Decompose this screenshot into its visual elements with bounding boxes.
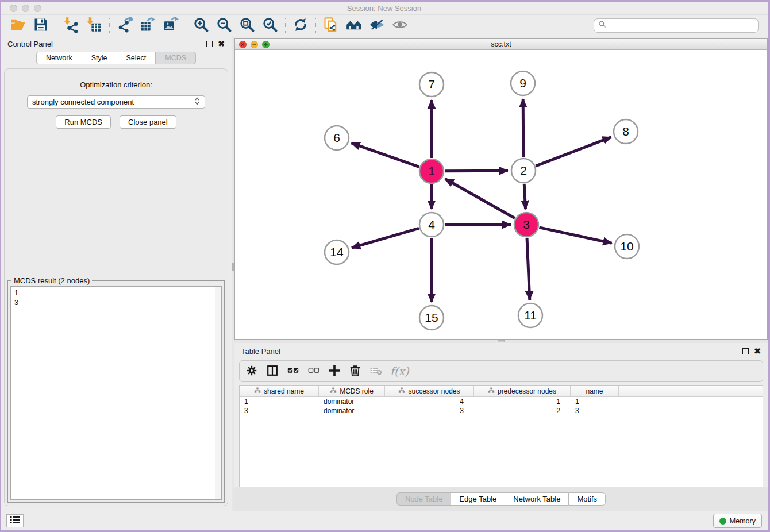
graph-edge-2-3[interactable]: [524, 184, 525, 209]
show-panels-button[interactable]: [388, 16, 411, 34]
table-row[interactable]: 3dominator323: [240, 406, 763, 415]
chevron-updown-icon: [194, 97, 200, 108]
tab-network-table[interactable]: Network Table: [505, 492, 568, 506]
add-column-button[interactable]: [328, 363, 341, 380]
network-window-titlebar[interactable]: scc.txt: [235, 39, 767, 50]
cell-r0-shared-name[interactable]: 1: [240, 398, 319, 406]
table-panel-title: Table Panel: [241, 347, 280, 356]
zoom-fit-button[interactable]: [236, 16, 259, 34]
zoom-fit-icon: [239, 17, 255, 34]
home-view-button[interactable]: [342, 16, 365, 34]
graph-edge-2-9[interactable]: [523, 99, 523, 157]
close-network-icon[interactable]: [239, 41, 247, 48]
close-panel-icon[interactable]: ✖: [218, 40, 225, 48]
select-all-rows-button[interactable]: [287, 363, 299, 380]
task-history-button[interactable]: [6, 514, 24, 527]
import-network-button[interactable]: [60, 16, 83, 34]
column-header-MCDS-role[interactable]: MCDS role: [319, 386, 385, 396]
import-table-icon: [86, 17, 102, 34]
import-table-button[interactable]: [83, 16, 106, 34]
graph-edge-3-1[interactable]: [445, 179, 515, 218]
deselect-all-rows-button[interactable]: [307, 363, 320, 380]
open-file-icon: [10, 17, 26, 34]
graph-node-label-2: 2: [520, 164, 527, 177]
zoom-out-icon: [216, 17, 232, 34]
cell-r1-shared-name[interactable]: 3: [240, 407, 319, 415]
graph-edge-1-2[interactable]: [445, 171, 508, 171]
column-header-predecessor-nodes[interactable]: predecessor nodes: [474, 386, 571, 396]
run-mcds-button[interactable]: Run MCDS: [56, 115, 111, 129]
column-visibility-button[interactable]: [266, 363, 279, 380]
cell-r0-successor-nodes[interactable]: 4: [385, 398, 474, 406]
export-network-button[interactable]: [113, 16, 136, 34]
zoom-in-button[interactable]: [190, 16, 213, 34]
cell-r1-predecessor-nodes[interactable]: 2: [474, 407, 571, 415]
search-input[interactable]: [609, 21, 754, 30]
memory-button[interactable]: Memory: [713, 514, 762, 528]
column-header-shared-name[interactable]: shared name: [240, 386, 319, 396]
tab-edge-table[interactable]: Edge Table: [451, 492, 505, 506]
cell-r1-name[interactable]: 3: [571, 407, 619, 415]
zoom-selected-button[interactable]: [259, 16, 282, 34]
cell-r0-predecessor-nodes[interactable]: 1: [474, 398, 571, 406]
graph-node-label-14: 14: [330, 245, 344, 259]
table-settings-icon: [245, 364, 258, 379]
search-box[interactable]: [594, 18, 759, 33]
tab-style[interactable]: Style: [82, 52, 117, 64]
mcds-buttons: Run MCDS Close panel: [5, 115, 228, 129]
zoom-network-icon[interactable]: [262, 41, 270, 48]
tab-mcds[interactable]: MCDS: [155, 52, 196, 64]
close-table-panel-icon[interactable]: ✖: [754, 347, 761, 355]
delete-column-button[interactable]: [349, 363, 361, 380]
column-header-successor-nodes[interactable]: successor nodes: [385, 386, 474, 396]
close-window-icon[interactable]: [10, 5, 17, 12]
cell-r0-MCDS-role[interactable]: dominator: [319, 398, 385, 406]
cell-r1-MCDS-role[interactable]: dominator: [319, 407, 385, 415]
clone-network-button[interactable]: [319, 16, 342, 34]
table-settings-button[interactable]: [245, 363, 258, 380]
minimize-window-icon[interactable]: [22, 5, 29, 12]
tab-motifs[interactable]: Motifs: [568, 492, 606, 506]
export-image-button[interactable]: [159, 16, 182, 34]
tab-network[interactable]: Network: [36, 52, 82, 64]
vertical-splitter[interactable]: [232, 36, 234, 511]
zoom-window-icon[interactable]: [34, 5, 41, 12]
save-session-button[interactable]: [29, 16, 52, 34]
optimization-select[interactable]: strongly connected component: [27, 95, 205, 109]
open-file-button[interactable]: [6, 16, 29, 34]
graph-edge-4-14[interactable]: [352, 228, 419, 248]
table-tabs: Node TableEdge TableNetwork TableMotifs: [396, 492, 606, 506]
export-table-button[interactable]: [136, 16, 159, 34]
mcds-panel: Optimization criterion: strongly connect…: [4, 68, 228, 506]
float-panel-icon[interactable]: [206, 41, 213, 47]
mcds-result-text[interactable]: 1 3: [11, 287, 215, 499]
table-header-row: shared nameMCDS rolesuccessor nodesprede…: [240, 386, 763, 397]
minimize-network-icon[interactable]: [251, 41, 258, 48]
table-panel: Table Panel ✖ f(x) shared nameMCDS roles…: [234, 343, 768, 511]
horizontal-splitter[interactable]: [234, 340, 768, 343]
show-panels-icon: [392, 17, 408, 34]
graph-node-label-11: 11: [524, 309, 537, 322]
column-header-name[interactable]: name: [571, 386, 619, 396]
tab-node-table[interactable]: Node Table: [396, 492, 451, 506]
float-table-panel-icon[interactable]: [742, 348, 749, 354]
memory-label: Memory: [730, 517, 756, 525]
network-canvas[interactable]: 7968124314101511: [235, 50, 767, 339]
result-scrollbar[interactable]: [215, 287, 221, 499]
cell-r1-successor-nodes[interactable]: 3: [385, 407, 474, 415]
table-row[interactable]: 1dominator411: [240, 397, 763, 406]
table-tab-strip: Node TableEdge TableNetwork TableMotifs: [234, 487, 768, 511]
graph-node-label-6: 6: [333, 131, 340, 144]
refresh-layout-button[interactable]: [289, 16, 312, 34]
graph-edge-1-6[interactable]: [351, 143, 419, 167]
graph-edge-2-8[interactable]: [536, 137, 611, 166]
graph-edge-3-11[interactable]: [527, 238, 530, 300]
close-panel-button[interactable]: Close panel: [120, 115, 176, 129]
graph-edge-3-10[interactable]: [539, 228, 611, 243]
refresh-layout-icon: [292, 17, 309, 34]
zoom-out-button[interactable]: [213, 16, 236, 34]
tab-select[interactable]: Select: [117, 52, 156, 64]
toolbar-separator: [56, 18, 56, 33]
cell-r0-name[interactable]: 1: [571, 398, 619, 406]
hide-panels-button[interactable]: [365, 16, 388, 34]
